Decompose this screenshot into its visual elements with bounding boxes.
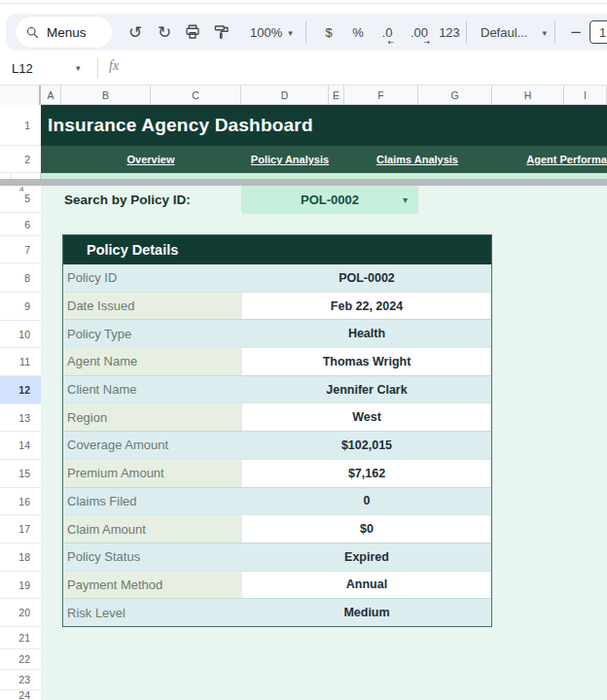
row-label[interactable]: Policy ID (63, 264, 242, 292)
row-header-23[interactable]: 23 (0, 670, 41, 690)
decrease-font-size-button[interactable]: − (566, 23, 586, 41)
row-header-24[interactable]: 24 (0, 690, 41, 700)
table-row-date-issued: Date IssuedFeb 22, 2024 (63, 292, 491, 320)
row-header-15[interactable]: 15 (0, 460, 41, 488)
row-header-12-selected[interactable]: 12 (0, 376, 41, 404)
column-header-g[interactable]: G (418, 86, 492, 105)
nav-link-agent-performance[interactable]: Agent Performance (526, 146, 607, 173)
row-label[interactable]: Premium Amount (63, 460, 242, 487)
table-row-client-name: Client NameJennifer Clark (63, 375, 491, 403)
row-value[interactable]: West (242, 403, 491, 431)
menus-search-pill[interactable]: Menus (16, 17, 113, 48)
column-header-f[interactable]: F (344, 86, 418, 105)
row-label[interactable]: Claim Amount (63, 515, 242, 542)
row-label[interactable]: Policy Type (63, 320, 242, 347)
paint-format-button[interactable] (210, 23, 233, 41)
nav-link-overview[interactable]: Overview (127, 146, 175, 173)
row-header-16[interactable]: 16 (0, 488, 41, 515)
column-header-c[interactable]: C (151, 86, 241, 105)
column-headers: A B C D E F G H I (0, 86, 607, 105)
row-header-6[interactable]: 6 (0, 213, 41, 236)
column-header-b[interactable]: B (61, 86, 151, 105)
table-row-region: RegionWest (63, 402, 491, 431)
row-header-11[interactable]: 11 (0, 348, 41, 376)
row-value[interactable]: $7,162 (242, 460, 491, 487)
policy-details-header[interactable]: Policy Details (63, 235, 491, 264)
font-family-select[interactable]: Defaul... ▾ (477, 25, 551, 40)
nav-link-claims-analysis[interactable]: Claims Analysis (376, 146, 458, 173)
format-currency-button[interactable]: $ (319, 25, 339, 40)
row-value[interactable]: Medium (242, 599, 491, 626)
increase-decimal-icon: .00 (411, 25, 428, 40)
column-header-d[interactable]: D (241, 86, 329, 105)
row-value[interactable]: POL-0002 (242, 264, 491, 292)
row-header-18[interactable]: 18 (0, 543, 41, 572)
row-label[interactable]: Region (63, 403, 242, 431)
row-label[interactable]: Date Issued (63, 293, 242, 320)
row-label[interactable]: Payment Method (63, 572, 242, 599)
row-header-2[interactable]: 2 (0, 146, 41, 173)
more-formats-button[interactable]: 123 (437, 25, 462, 40)
row-value[interactable]: Annual (242, 572, 491, 599)
zoom-control[interactable]: 100% ▾ (241, 25, 302, 40)
row-header-19[interactable]: 19 (0, 572, 41, 599)
name-box[interactable]: L12 (12, 51, 33, 86)
row-value[interactable]: Jennifer Clark (242, 376, 491, 403)
table-row-claims-filed: Claims Filed0 (63, 487, 491, 515)
row-header-14[interactable]: 14 (0, 432, 41, 460)
format-percent-button[interactable]: % (347, 25, 369, 40)
row-header-7[interactable]: 7 (0, 236, 41, 263)
font-size-input[interactable]: 1 (589, 20, 607, 44)
row-value[interactable]: Expired (242, 543, 491, 571)
row-label[interactable]: Client Name (63, 376, 242, 403)
row-header-10[interactable]: 10 (0, 321, 41, 348)
decrease-decimal-icon: .0 (382, 25, 393, 40)
row-header-8[interactable]: 8 (0, 263, 41, 293)
row-value[interactable]: 0 (242, 488, 491, 515)
policy-id-dropdown[interactable]: POL-0002 ▾ (241, 186, 418, 214)
column-header-h[interactable]: H (492, 86, 564, 105)
dashboard-title-cell[interactable]: Insurance Agency Dashboard (41, 105, 607, 146)
dropdown-caret-icon: ▾ (403, 194, 408, 205)
search-by-policy-label[interactable]: Search by Policy ID: (64, 186, 191, 215)
row-header-9[interactable]: 9 (0, 293, 41, 321)
row-value[interactable]: $102,015 (242, 432, 491, 459)
row-value[interactable]: $0 (242, 515, 491, 542)
paint-format-icon (213, 23, 231, 41)
policy-details-rows: Policy IDPOL-0002 Date IssuedFeb 22, 202… (63, 264, 491, 626)
policy-id-dropdown-value: POL-0002 (301, 192, 359, 207)
row-header-1[interactable]: 1 (0, 105, 41, 146)
row-value[interactable]: Health (242, 320, 491, 347)
row-label[interactable]: Policy Status (63, 543, 242, 571)
row-label[interactable]: Agent Name (63, 348, 242, 375)
row-label[interactable]: Risk Level (63, 599, 242, 626)
row-label[interactable]: Coverage Amount (63, 432, 242, 459)
nav-link-policy-analysis[interactable]: Policy Analysis (251, 146, 329, 173)
row-header-13[interactable]: 13 (0, 404, 41, 432)
hidden-rows-band[interactable] (0, 179, 607, 186)
column-header-i[interactable]: I (564, 86, 607, 105)
select-all-corner[interactable] (0, 86, 41, 105)
redo-button[interactable]: ↻ (153, 24, 176, 41)
search-icon (25, 25, 40, 40)
print-button[interactable] (181, 23, 204, 41)
undo-button[interactable]: ↺ (124, 24, 147, 41)
row-header-22[interactable]: 22 (0, 649, 41, 670)
row-value[interactable]: Thomas Wright (242, 348, 491, 375)
column-header-e[interactable]: E (329, 86, 344, 105)
zoom-value: 100% (250, 25, 282, 40)
row-header-20[interactable]: 20 (0, 599, 41, 627)
undo-icon: ↺ (128, 24, 142, 41)
row-value[interactable]: Feb 22, 2024 (242, 293, 491, 320)
row-label[interactable]: Claims Filed (63, 488, 242, 515)
row-header-17[interactable]: 17 (0, 515, 41, 543)
menus-label: Menus (47, 25, 87, 40)
increase-decimal-button[interactable]: .00 (406, 25, 433, 40)
column-header-a[interactable]: A (41, 86, 61, 105)
row-header-21[interactable]: 21 (0, 627, 41, 649)
decrease-decimal-button[interactable]: .0 (376, 25, 398, 40)
fx-icon[interactable]: fx (109, 58, 119, 74)
name-box-caret-icon[interactable]: ▾ (76, 63, 81, 73)
toolbar-divider (466, 21, 467, 43)
table-row-premium-amount: Premium Amount$7,162 (63, 459, 491, 487)
